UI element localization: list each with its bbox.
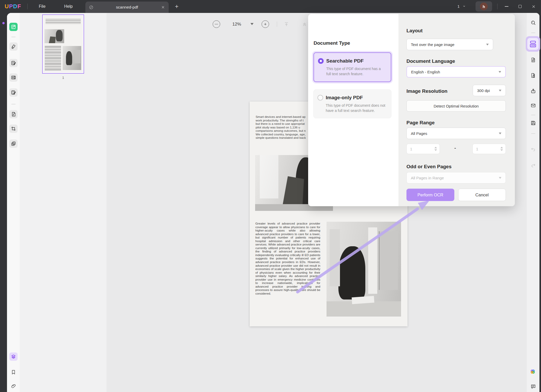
page-range-label: Page Range [406,120,435,126]
detect-optimal-resolution-button[interactable]: Detect Optimal Resolution [406,100,506,112]
updf-logo: UPDF [5,3,21,10]
cancel-button[interactable]: Cancel [458,189,506,201]
rail-divider [531,115,535,115]
reader-icon[interactable] [9,23,18,31]
avatar: h [480,3,488,10]
range-separator: - [454,145,456,151]
protect-icon[interactable] [529,71,537,80]
convert-icon[interactable] [529,56,537,64]
radio-unselected-icon[interactable] [317,95,323,101]
search-icon[interactable] [529,19,537,27]
titlebar: UPDF File Help scanned-pdf + 1 h [0,0,541,13]
page-range-dropdown[interactable]: All Pages [406,128,506,139]
thumbnail-panel: 1 [20,13,107,392]
close-icon[interactable] [530,3,537,10]
zoom-in-icon[interactable] [262,20,269,28]
spinner-arrows[interactable] [500,147,503,151]
option-label: Searchable PDF [326,58,387,64]
scanned-photo-woman-writing [327,222,401,317]
ocr-icon[interactable]: OCR [526,36,540,52]
menu-help[interactable]: Help [64,0,73,13]
perform-ocr-button[interactable]: Perform OCR [406,189,454,201]
crop-icon[interactable] [9,125,18,133]
right-toolbar: OCR [527,13,539,392]
feedback-icon[interactable] [529,382,537,391]
organize-pages-icon[interactable] [9,110,18,118]
page-to-value: 1 [476,147,478,151]
odd-even-dropdown[interactable]: All Pages in Range [406,172,506,183]
dropdown-caret [499,90,501,91]
page-from-input[interactable]: 1 [406,144,440,154]
save-icon[interactable] [529,119,537,127]
double-chevron-up-icon[interactable] [301,21,308,28]
logo-letter: F [17,3,21,10]
rail-divider [531,33,535,33]
add-tab-button[interactable]: + [175,0,179,13]
edit-icon[interactable] [9,59,18,67]
mail-icon[interactable] [529,101,537,110]
account-button[interactable]: h [476,1,492,12]
logo-letter: D [13,3,18,10]
mini-photo-1 [45,29,64,43]
page-paragraph-2: Greater levels of advanced practice prov… [255,222,320,295]
share-icon[interactable] [529,87,537,95]
document-type-panel: Document Type Searchable PDF This type o… [308,14,398,206]
titlebar-divider [497,4,498,9]
zoom-dropdown-caret[interactable] [250,23,254,25]
page-thumbnails-icon[interactable] [9,352,18,361]
perform-ocr-label: Perform OCR [418,193,443,197]
watermark-icon[interactable] [9,140,18,148]
page-range-value: All Pages [411,131,427,136]
window-count-dropdown[interactable]: 1 [457,0,466,13]
document-tab[interactable]: scanned-pdf [85,2,169,13]
resolution-dropdown[interactable]: 300 dpi [473,85,506,96]
chevron-down-icon [463,5,466,8]
attachment-icon[interactable] [9,382,18,390]
logo-letter: P [9,3,13,10]
language-dropdown[interactable]: English - English [406,66,506,78]
mini-text-block [46,19,81,24]
detect-button-label: Detect Optimal Resolution [434,104,479,108]
dropdown-caret [499,133,501,134]
radio-selected-icon[interactable] [318,58,324,64]
updf-app-window: UPDF File Help scanned-pdf + 1 h [0,0,541,392]
ocr-settings-panel: Layout ? Text over the page image Docume… [398,14,515,206]
layout-dropdown[interactable]: Text over the page image [406,39,493,50]
rail-divider [11,37,16,37]
option-image-only-pdf[interactable]: Image-only PDF This type of PDF document… [313,89,391,118]
notification-dot [2,22,5,24]
titlebar-divider [27,4,28,9]
dropdown-caret [486,44,489,45]
spinner-arrows[interactable] [434,147,437,151]
svg-text:OCR: OCR [531,45,535,47]
redo-icon [529,161,537,170]
odd-even-value: All Pages in Range [411,176,444,180]
page-from-value: 1 [410,147,412,151]
dropdown-caret [499,177,501,179]
zoom-out-icon[interactable] [213,20,220,28]
resolution-value: 300 dpi [477,88,490,93]
tab-status-icon [85,5,97,10]
comment-icon[interactable] [9,42,18,51]
document-type-title: Document Type [314,40,350,46]
left-toolbar [7,13,20,392]
ai-assistant-icon[interactable] [529,367,537,376]
option-searchable-pdf[interactable]: Searchable PDF This type of PDF document… [313,52,391,82]
sign-icon[interactable] [9,88,18,97]
language-value: English - English [411,70,440,74]
odd-even-label: Odd or Even Pages [406,164,451,170]
form-icon[interactable] [9,73,18,82]
maximize-icon[interactable] [516,3,524,10]
rail-divider [11,104,16,104]
mini-photo-2 [63,46,81,70]
page-to-input[interactable]: 1 [472,144,506,154]
image-resolution-label: Image Resolution [406,88,447,94]
page-thumbnail[interactable] [42,14,84,74]
minimize-icon[interactable] [503,3,510,10]
tab-close-icon[interactable] [157,5,169,9]
layout-value: Text over the page image [411,42,454,47]
back-to-top-icon[interactable] [283,21,290,28]
menu-file[interactable]: File [39,0,46,13]
logo-letter: U [5,3,9,10]
bookmark-icon[interactable] [9,368,18,376]
